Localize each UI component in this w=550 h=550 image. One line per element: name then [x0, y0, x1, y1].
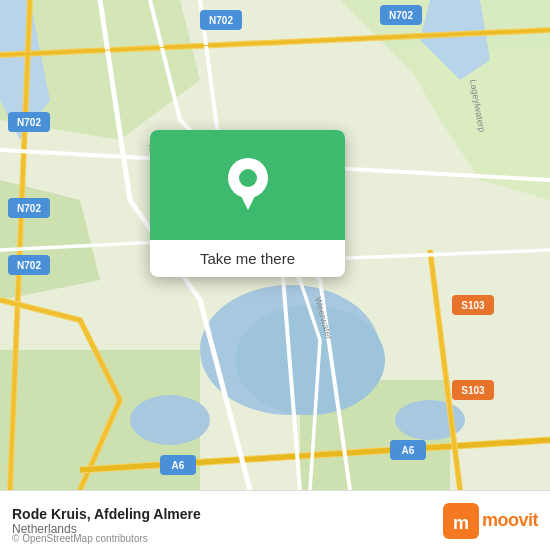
location-pin-icon [226, 156, 270, 214]
svg-text:m: m [453, 513, 469, 533]
svg-text:N702: N702 [209, 15, 233, 26]
svg-text:N702: N702 [17, 260, 41, 271]
svg-text:S103: S103 [461, 385, 485, 396]
svg-text:N702: N702 [389, 10, 413, 21]
bottom-bar: Rode Kruis, Afdeling Almere Netherlands … [0, 490, 550, 550]
moovit-logo: m moovit [443, 503, 538, 539]
svg-marker-35 [238, 190, 258, 210]
svg-point-11 [130, 395, 210, 445]
svg-text:S103: S103 [461, 300, 485, 311]
location-info: Rode Kruis, Afdeling Almere Netherlands … [12, 506, 433, 536]
moovit-text: moovit [482, 510, 538, 531]
copyright-text: © OpenStreetMap contributors [12, 533, 148, 544]
map-container: N702 N702 N702 N702 N702 S103 S103 A6 A6… [0, 0, 550, 490]
svg-point-36 [239, 169, 257, 187]
popup-card: Take me there [150, 130, 345, 277]
svg-text:N702: N702 [17, 203, 41, 214]
svg-point-10 [235, 305, 385, 415]
svg-text:A6: A6 [402, 445, 415, 456]
popup-header [150, 130, 345, 240]
svg-text:N702: N702 [17, 117, 41, 128]
moovit-logo-icon: m [443, 503, 479, 539]
take-me-there-button[interactable]: Take me there [150, 240, 345, 277]
location-title: Rode Kruis, Afdeling Almere [12, 506, 433, 522]
svg-text:A6: A6 [172, 460, 185, 471]
